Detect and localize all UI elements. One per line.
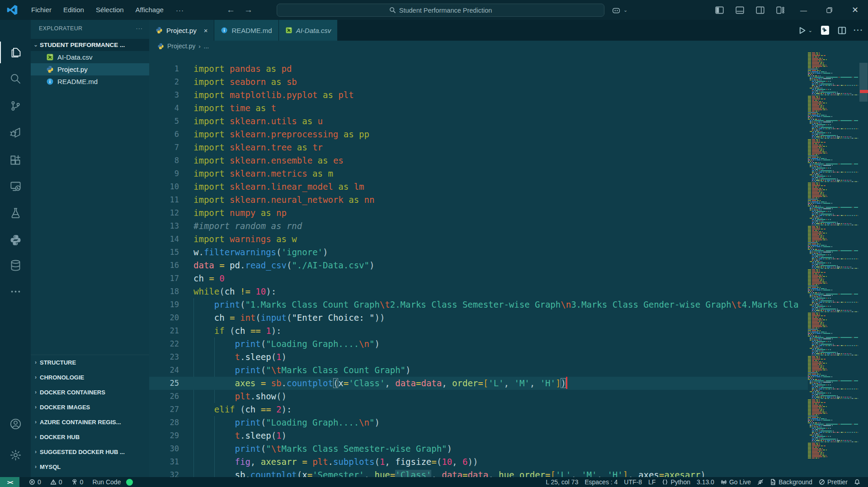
run-code[interactable]: Run Code xyxy=(89,477,136,487)
code-line-6[interactable]: 6import sklearn.preprocessing as pp xyxy=(149,128,808,141)
section-azure-container-regis[interactable]: ›AZURE CONTAINER REGIS... xyxy=(31,415,149,430)
section-docker-containers[interactable]: ›DOCKER CONTAINERS xyxy=(31,385,149,400)
activity-extensions[interactable] xyxy=(0,149,31,171)
menu-overflow[interactable]: ··· xyxy=(170,6,190,14)
code-line-24[interactable]: 24 print("\tMarks Class Count Graph") xyxy=(149,364,808,377)
close-button[interactable]: ✕ xyxy=(842,0,868,20)
code-line-29[interactable]: 29 t.sleep(1) xyxy=(149,429,808,442)
restore-button[interactable] xyxy=(816,0,842,20)
section-docker-hub[interactable]: ›DOCKER HUB xyxy=(31,430,149,445)
activity-explorer[interactable] xyxy=(0,42,31,63)
language-mode[interactable]: Python xyxy=(659,477,693,487)
code-line-8[interactable]: 8import sklearn.ensemble as es xyxy=(149,154,808,167)
history-back-icon[interactable]: ← xyxy=(222,5,240,15)
section-suggested-docker-hub[interactable]: ›SUGGESTED DOCKER HUB ... xyxy=(31,445,149,459)
code-line-10[interactable]: 10import sklearn.linear_model as lm xyxy=(149,180,808,193)
background-task[interactable]: Background xyxy=(767,477,816,487)
code-line-16[interactable]: 16data = pd.read_csv("./AI-Data.csv") xyxy=(149,259,808,272)
activity-settings[interactable] xyxy=(0,444,31,466)
workspace-root-folder[interactable]: ⌄ STUDENT PERFORMANCE ... xyxy=(31,39,149,51)
code-line-25[interactable]: 25 axes = sb.countplot(x='Class', data=d… xyxy=(149,377,808,390)
code-line-31[interactable]: 31 fig, axesarr = plt.subplots(1, figsiz… xyxy=(149,455,808,468)
tab-Project.py[interactable]: Project.py× xyxy=(149,20,214,41)
python-version[interactable]: 3.13.0 xyxy=(693,477,717,487)
notifications[interactable] xyxy=(851,477,863,487)
activity-more[interactable] xyxy=(0,281,31,302)
history-forward-icon[interactable]: → xyxy=(240,5,257,15)
scrollbar[interactable] xyxy=(859,41,868,477)
code-line-28[interactable]: 28 print("Loading Graph....\n") xyxy=(149,416,808,429)
run-button[interactable] xyxy=(798,26,807,35)
code-line-19[interactable]: 19 print("1.Marks Class Count Graph\t2.M… xyxy=(149,298,808,311)
section-structure[interactable]: ›STRUCTURE xyxy=(31,355,149,370)
menu-fichier[interactable]: Fichier xyxy=(25,3,57,17)
activity-run-debug[interactable] xyxy=(0,122,31,144)
activity-python[interactable] xyxy=(0,229,31,251)
toggle-sidebar-icon[interactable] xyxy=(709,0,730,20)
code-line-1[interactable]: 1import pandas as pd xyxy=(149,62,808,75)
customize-layout-icon[interactable] xyxy=(770,0,791,20)
section-docker-images[interactable]: ›DOCKER IMAGES xyxy=(31,400,149,415)
go-live[interactable]: Go Live xyxy=(717,477,754,487)
code-line-26[interactable]: 26 plt.show() xyxy=(149,390,808,403)
explorer-more-actions[interactable]: ··· xyxy=(136,25,143,32)
code-line-15[interactable]: 15w.filterwarnings('ignore') xyxy=(149,246,808,259)
code-line-11[interactable]: 11import sklearn.neural_network as nn xyxy=(149,193,808,206)
code-line-7[interactable]: 7import sklearn.tree as tr xyxy=(149,141,808,154)
copilot-button[interactable]: ⌄ xyxy=(611,4,627,17)
breadcrumb-symbol[interactable]: ... xyxy=(204,42,209,50)
code-line-27[interactable]: 27 elif (ch == 2): xyxy=(149,403,808,416)
file-AI-Data.csv[interactable]: AI-Data.csv xyxy=(31,51,149,63)
toggle-panel-icon[interactable] xyxy=(730,0,750,20)
breadcrumb-file[interactable]: Project.py xyxy=(167,42,195,50)
code-line-14[interactable]: 14import warnings as w xyxy=(149,233,808,246)
indentation[interactable]: Espaces : 4 xyxy=(581,477,621,487)
code-line-9[interactable]: 9import sklearn.metrics as m xyxy=(149,167,808,180)
menu-sélection[interactable]: Sélection xyxy=(90,3,130,17)
code-line-18[interactable]: 18while(ch != 10): xyxy=(149,285,808,298)
section-mysql[interactable]: ›MYSQL xyxy=(31,459,149,474)
activity-database[interactable] xyxy=(0,254,31,276)
command-center-search[interactable]: Student Performance Prediction xyxy=(277,4,604,17)
scrollbar-slider[interactable] xyxy=(859,63,868,102)
file-Project.py[interactable]: Project.py xyxy=(31,63,149,75)
code-line-3[interactable]: 3import matplotlib.pyplot as plt xyxy=(149,89,808,102)
more-actions-icon[interactable]: ··· xyxy=(854,26,863,34)
remote-indicator[interactable]: >< xyxy=(0,477,19,487)
code-line-30[interactable]: 30 print("\tMarks Class Semester-wise Gr… xyxy=(149,442,808,455)
encoding[interactable]: UTF-8 xyxy=(621,477,645,487)
section-chronologie[interactable]: ›CHRONOLOGIE xyxy=(31,370,149,385)
code-line-21[interactable]: 21 if (ch == 1): xyxy=(149,324,808,337)
code-editor[interactable]: 1import pandas as pd2import seaborn as s… xyxy=(149,41,808,477)
activity-testing[interactable] xyxy=(0,202,31,224)
cursor-position[interactable]: L 25, col 73 xyxy=(542,477,581,487)
prettier[interactable]: Prettier xyxy=(816,477,851,487)
ports[interactable]: 0 xyxy=(68,477,87,487)
run-dropdown-icon[interactable]: ⌄ xyxy=(808,28,812,33)
code-line-4[interactable]: 4import time as t xyxy=(149,102,808,115)
code-line-13[interactable]: 13#import random as rnd xyxy=(149,220,808,233)
code-line-23[interactable]: 23 t.sleep(1) xyxy=(149,351,808,364)
activity-accounts[interactable] xyxy=(0,413,31,435)
close-icon[interactable]: × xyxy=(204,27,208,34)
code-line-2[interactable]: 2import seaborn as sb xyxy=(149,75,808,89)
tab-AI-Data.csv[interactable]: AI-Data.csv xyxy=(279,20,338,41)
menu-edition[interactable]: Edition xyxy=(57,3,90,17)
eol[interactable]: LF xyxy=(645,477,659,487)
activity-source-control[interactable] xyxy=(0,95,31,117)
minimap[interactable] xyxy=(808,41,859,477)
activity-search[interactable] xyxy=(0,68,31,89)
code-line-20[interactable]: 20 ch = int(input("Enter Choice: ")) xyxy=(149,311,808,324)
file-README.md[interactable]: README.md xyxy=(31,75,149,88)
minimize-button[interactable]: — xyxy=(791,0,816,20)
split-editor-icon[interactable] xyxy=(838,26,846,35)
toggle-secondary-sidebar-icon[interactable] xyxy=(750,0,770,20)
problems-errors[interactable]: 0 xyxy=(26,477,44,487)
code-line-32[interactable]: 32 sb.countplot(x='Semester', hue='Class… xyxy=(149,468,808,477)
code-line-17[interactable]: 17ch = 0 xyxy=(149,272,808,285)
activity-remote-explorer[interactable] xyxy=(0,175,31,197)
code-line-22[interactable]: 22 print("Loading Graph....\n") xyxy=(149,337,808,351)
run-python-file-button[interactable] xyxy=(820,25,830,36)
highlight-off[interactable] xyxy=(754,477,767,487)
breadcrumb[interactable]: Project.py › ... xyxy=(157,41,209,52)
